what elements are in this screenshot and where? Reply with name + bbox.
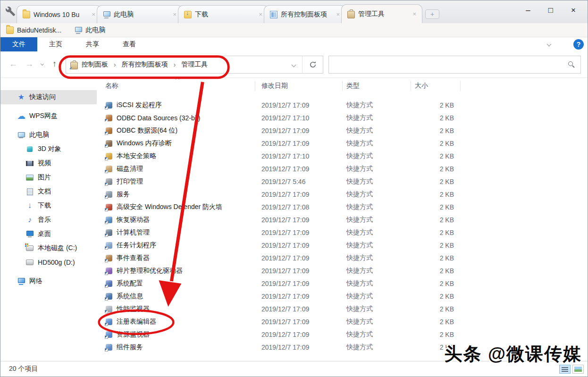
file-name-cell: 打印管理	[97, 177, 255, 186]
column-header[interactable]: 修改日期	[255, 81, 343, 91]
tab-close-icon[interactable]: ×	[258, 11, 263, 18]
column-header[interactable]: 名称	[97, 81, 255, 91]
search-input[interactable]	[329, 56, 568, 73]
address-dropdown-chevron-icon[interactable]	[292, 62, 296, 67]
file-row[interactable]: ODBC Data Sources (32-bit)2019/12/7 17:1…	[97, 111, 588, 124]
file-row[interactable]: 系统配置2019/12/7 17:09快捷方式2 KB	[97, 277, 588, 290]
file-list-pane: 名称修改日期类型大小 iSCSI 发起程序2019/12/7 17:09快捷方式…	[97, 78, 588, 361]
file-type: 快捷方式	[343, 101, 411, 109]
file-date: 2019/12/7 17:09	[255, 165, 343, 173]
shortcut-file-icon	[105, 229, 113, 236]
tab-2[interactable]: 此电脑×	[97, 5, 183, 23]
sidebar-item-label: WPS网盘	[29, 112, 58, 120]
sidebar-item-label: 文档	[38, 187, 51, 196]
file-row[interactable]: iSCSI 发起程序2019/12/7 17:09快捷方式2 KB	[97, 99, 588, 111]
window-controls: – □ ×	[517, 1, 585, 19]
file-row[interactable]: Windows 内存诊断2019/12/7 17:09快捷方式2 KB	[97, 137, 588, 150]
sidebar-item[interactable]: 文档	[0, 184, 97, 199]
breadcrumb-segment[interactable]: 管理工具	[181, 60, 208, 69]
file-row[interactable]: 磁盘清理2019/12/7 17:09快捷方式2 KB	[97, 162, 588, 175]
up-button[interactable]: ↑	[52, 59, 57, 69]
recent-locations-chevron-icon[interactable]	[41, 62, 44, 66]
tab-5[interactable]: 管理工具×	[341, 4, 422, 23]
breadcrumb-segment[interactable]: 所有控制面板项	[122, 60, 168, 69]
search-icon[interactable]	[568, 61, 575, 68]
network-icon	[17, 277, 25, 285]
tab-close-icon[interactable]: ×	[91, 11, 96, 18]
file-type: 快捷方式	[343, 330, 411, 339]
file-row[interactable]: 注册表编辑器2019/12/7 17:09快捷方式2 KB	[97, 315, 588, 328]
sidebar-item[interactable]: 视频	[0, 156, 97, 170]
sidebar-item[interactable]: 下载	[0, 199, 97, 213]
bookmark-item[interactable]: 此电脑	[75, 26, 105, 34]
ribbon-tab[interactable]: 共享	[74, 37, 111, 51]
file-row[interactable]: 资源监视器2019/12/7 17:09快捷方式2 KB	[97, 328, 588, 341]
file-size: 2 KB	[411, 293, 461, 300]
sidebar-item[interactable]: 此电脑	[0, 128, 97, 142]
address-bar[interactable]: 控制面板›所有控制面板项›管理工具	[66, 56, 323, 74]
file-row[interactable]: 性能监视器2019/12/7 17:09快捷方式2 KB	[97, 302, 588, 315]
column-header[interactable]: 大小	[411, 81, 461, 91]
tab-close-icon[interactable]: ×	[335, 11, 341, 18]
sidebar-item[interactable]: 桌面	[0, 227, 97, 241]
file-row[interactable]: 计算机管理2019/12/7 17:09快捷方式2 KB	[97, 226, 588, 239]
file-row[interactable]: 系统信息2019/12/7 17:09快捷方式2 KB	[97, 290, 588, 302]
file-type: 快捷方式	[343, 254, 411, 262]
file-row[interactable]: 事件查看器2019/12/7 17:09快捷方式2 KB	[97, 251, 588, 264]
sidebar-item[interactable]: 图片	[0, 170, 97, 184]
sidebar-item[interactable]: WPS网盘	[0, 109, 97, 123]
expand-ribbon-chevron-icon[interactable]	[547, 42, 552, 47]
column-header[interactable]: 类型	[343, 81, 411, 91]
watermark: 头条 @微课传媒	[444, 342, 582, 366]
file-menu-button[interactable]: 文件	[0, 37, 37, 51]
file-size: 2 KB	[411, 127, 461, 134]
sidebar-item[interactable]: 网络	[0, 274, 97, 288]
file-name: iSCSI 发起程序	[117, 101, 162, 109]
file-name-cell: 事件查看器	[97, 254, 255, 262]
tab-3[interactable]: 下载×	[178, 5, 269, 23]
sidebar-item[interactable]: 3D 对象	[0, 142, 97, 156]
file-row[interactable]: 高级安全 Windows Defender 防火墙2019/12/7 17:08…	[97, 201, 588, 213]
file-row[interactable]: 任务计划程序2019/12/7 17:09快捷方式2 KB	[97, 239, 588, 251]
sidebar-item[interactable]: 本地磁盘 (C:)	[0, 241, 97, 255]
ribbon-tab[interactable]: 主页	[37, 37, 74, 51]
maximize-button[interactable]: □	[539, 1, 562, 19]
new-tab-button[interactable]: +	[425, 9, 439, 19]
breadcrumb-segment[interactable]: 控制面板	[82, 60, 108, 69]
search-box[interactable]	[328, 56, 581, 74]
forward-button[interactable]: →	[25, 59, 34, 69]
help-button[interactable]: ?	[573, 39, 584, 50]
sidebar-item[interactable]: 快速访问	[0, 90, 97, 104]
shortcut-file-icon	[105, 191, 113, 198]
back-button[interactable]: ←	[9, 59, 17, 69]
computer-icon	[75, 26, 82, 34]
file-row[interactable]: 本地安全策略2019/12/7 17:10快捷方式2 KB	[97, 150, 588, 162]
shortcut-file-icon	[105, 203, 113, 211]
tab-1[interactable]: Windows 10 Bu×	[17, 5, 101, 23]
bookmark-item[interactable]: BaiduNetdisk...	[6, 26, 61, 34]
shortcut-file-icon	[105, 140, 113, 147]
file-name-cell: 任务计划程序	[97, 241, 255, 250]
file-row[interactable]: ODBC 数据源(64 位)2019/12/7 17:09快捷方式2 KB	[97, 124, 588, 137]
file-name: 服务	[117, 190, 130, 199]
shortcut-file-icon	[105, 127, 113, 134]
file-type: 快捷方式	[343, 190, 411, 199]
file-row[interactable]: 碎片整理和优化驱动器2019/12/7 17:09快捷方式2 KB	[97, 264, 588, 277]
file-date: 2019/12/7 17:09	[255, 229, 343, 236]
minimize-button[interactable]: –	[517, 1, 539, 19]
tab-4[interactable]: 所有控制面板项×	[264, 5, 346, 23]
file-row[interactable]: 服务2019/12/7 17:09快捷方式2 KB	[97, 188, 588, 201]
close-button[interactable]: ×	[562, 1, 585, 19]
wrench-settings-icon[interactable]	[5, 6, 16, 17]
file-date: 2019/12/7 17:09	[255, 331, 343, 338]
refresh-button[interactable]	[302, 56, 323, 73]
sidebar-item[interactable]: HD500g (D:)	[0, 255, 97, 269]
tab-close-icon[interactable]: ×	[172, 11, 177, 18]
tab-close-icon[interactable]: ×	[412, 10, 417, 17]
ribbon-tab[interactable]: 查看	[111, 37, 148, 51]
sidebar-item[interactable]: 音乐	[0, 213, 97, 227]
file-date: 2019/12/7 17:10	[255, 114, 343, 122]
file-name: 组件服务	[117, 343, 143, 352]
file-row[interactable]: 恢复驱动器2019/12/7 17:09快捷方式2 KB	[97, 213, 588, 226]
file-row[interactable]: 打印管理2019/12/7 5:46快捷方式2 KB	[97, 175, 588, 188]
